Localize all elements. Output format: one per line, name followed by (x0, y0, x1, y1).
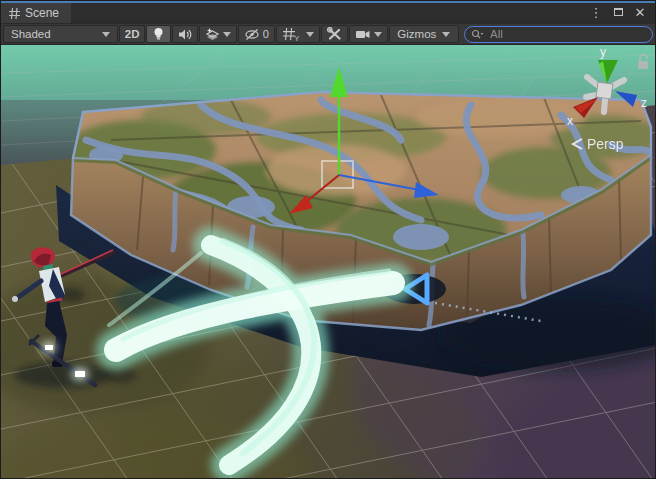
chevron-down-icon (442, 32, 450, 37)
toggle-2d-button[interactable]: 2D (119, 25, 146, 43)
lightbulb-icon (152, 27, 165, 41)
scene-grid-icon (9, 8, 20, 19)
close-icon[interactable]: ✕ (632, 4, 648, 20)
hidden-gizmo-count: 0 (263, 28, 269, 40)
grid-icon (282, 27, 296, 41)
gizmos-label: Gizmos (397, 28, 436, 40)
chevron-down-icon (102, 32, 110, 37)
search-icon (471, 29, 484, 40)
search-area (464, 25, 653, 43)
tab-title: Scene (25, 6, 59, 20)
kebab-menu-icon[interactable]: ⋮ (588, 4, 604, 20)
orientation-cube[interactable] (596, 82, 613, 99)
axis-x-label[interactable]: x (567, 114, 573, 128)
wrench-screwdriver-icon (327, 27, 342, 41)
effects-icon (205, 27, 220, 41)
component-tools-button[interactable] (321, 25, 348, 43)
eye-crossed-icon (244, 28, 260, 41)
hidden-gizmos-button[interactable]: 0 (238, 25, 275, 43)
chevron-down-icon (306, 32, 314, 37)
scene-search-field[interactable] (464, 26, 653, 43)
speaker-icon (178, 28, 192, 41)
tab-scene[interactable]: Scene (1, 3, 71, 23)
maximize-icon[interactable] (610, 4, 626, 20)
effects-dropdown-button[interactable] (199, 25, 237, 43)
tab-bar: Scene ⋮ ✕ (1, 1, 655, 23)
lighting-toggle-button[interactable] (146, 25, 171, 43)
gizmos-dropdown[interactable]: Gizmos (389, 25, 459, 43)
search-input[interactable] (488, 27, 646, 41)
scene-toolbar: Shaded 2D (1, 23, 655, 45)
camera-icon (355, 29, 371, 40)
audio-toggle-button[interactable] (172, 25, 198, 43)
camera-settings-dropdown[interactable] (349, 25, 388, 43)
chevron-down-icon (374, 32, 382, 37)
grid-axis-label: Y (295, 35, 300, 42)
scene-view-window: Scene ⋮ ✕ Shaded 2D (0, 0, 656, 479)
focus-accent-line (1, 1, 655, 3)
projection-label: Persp (587, 136, 624, 152)
axis-y-label[interactable]: y (600, 45, 606, 59)
scene-viewport[interactable]: y z x Persp (1, 45, 656, 479)
window-controls: ⋮ ✕ (588, 1, 655, 23)
shading-mode-label: Shaded (11, 28, 51, 40)
chevron-down-icon (223, 32, 231, 37)
axis-z-label[interactable]: z (641, 96, 647, 110)
2d-label: 2D (125, 28, 140, 40)
grid-visibility-dropdown[interactable]: Y (276, 25, 320, 43)
shading-mode-dropdown[interactable]: Shaded (3, 25, 118, 43)
